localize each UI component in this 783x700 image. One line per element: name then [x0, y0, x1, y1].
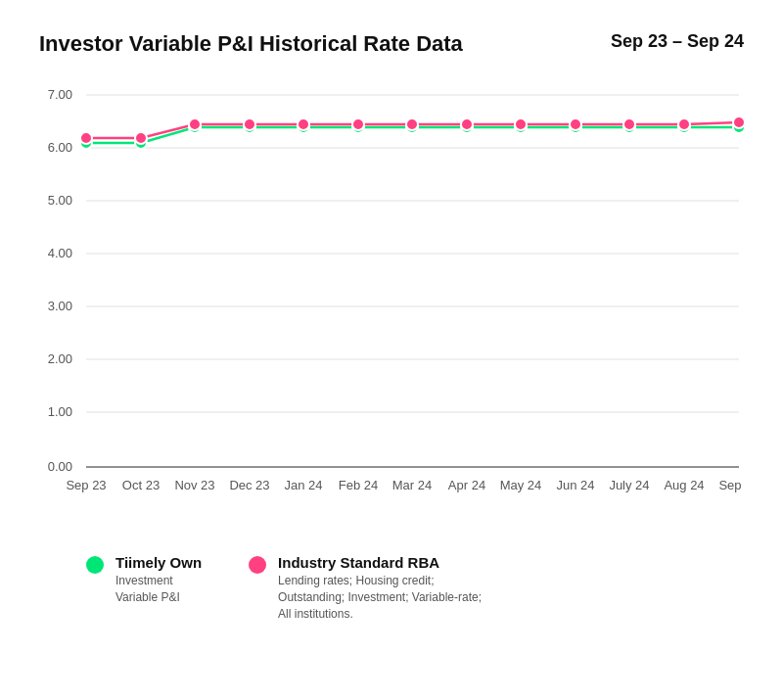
svg-text:Sep 23: Sep 23 — [66, 478, 106, 492]
rba-dot — [570, 118, 581, 130]
date-range: Sep 23 – Sep 24 — [611, 31, 744, 52]
rba-dot — [623, 118, 635, 130]
svg-text:1.00: 1.00 — [48, 404, 72, 419]
rba-dot — [80, 132, 92, 144]
tiimely-legend-desc: InvestmentVariable P&I — [115, 573, 202, 606]
svg-text:July 24: July 24 — [609, 478, 649, 492]
rba-dot — [515, 118, 527, 130]
svg-text:Apr 24: Apr 24 — [448, 478, 485, 492]
svg-text:0.00: 0.00 — [48, 459, 72, 474]
svg-text:5.00: 5.00 — [48, 193, 72, 208]
svg-text:3.00: 3.00 — [48, 299, 72, 313]
svg-text:Nov 23: Nov 23 — [174, 478, 214, 492]
svg-text:Oct 23: Oct 23 — [122, 478, 160, 492]
rba-dot — [406, 118, 418, 130]
svg-text:7.00: 7.00 — [48, 87, 72, 102]
tiimely-legend-label: Tiimely Own — [115, 554, 202, 571]
rba-dot — [244, 118, 255, 130]
page-title: Investor Variable P&I Historical Rate Da… — [39, 31, 463, 57]
svg-text:Feb 24: Feb 24 — [339, 478, 378, 492]
svg-text:May 24: May 24 — [500, 478, 542, 492]
rba-dot — [352, 118, 364, 130]
svg-text:4.00: 4.00 — [48, 246, 72, 260]
svg-text:Dec 23: Dec 23 — [229, 478, 269, 492]
rba-legend-label: Industry Standard RBA — [278, 554, 493, 571]
rba-dot — [678, 118, 690, 130]
svg-text:2.00: 2.00 — [48, 351, 72, 366]
rba-dot — [189, 118, 201, 130]
line-chart: .axis-label { font-size: 13px; fill: #55… — [39, 80, 744, 531]
rba-legend-desc: Lending rates; Housing credit; Outstandi… — [278, 573, 493, 622]
rba-dot — [135, 132, 147, 144]
chart-legend: Tiimely Own InvestmentVariable P&I Indus… — [39, 554, 744, 622]
legend-rba: Industry Standard RBA Lending rates; Hou… — [249, 554, 493, 622]
svg-text:Jun 24: Jun 24 — [556, 478, 594, 492]
legend-tiimely: Tiimely Own InvestmentVariable P&I — [86, 554, 202, 622]
svg-text:Aug 24: Aug 24 — [664, 478, 704, 492]
rba-dot — [461, 118, 473, 130]
tiimely-legend-text: Tiimely Own InvestmentVariable P&I — [115, 554, 202, 606]
svg-text:Jan 24: Jan 24 — [284, 478, 322, 492]
svg-text:6.00: 6.00 — [48, 140, 72, 155]
tiimely-legend-dot — [86, 556, 104, 574]
rba-legend-text: Industry Standard RBA Lending rates; Hou… — [278, 554, 493, 622]
svg-text:Mar 24: Mar 24 — [392, 478, 432, 492]
rba-dot — [298, 118, 309, 130]
rba-legend-dot — [249, 556, 266, 574]
chart-area: .axis-label { font-size: 13px; fill: #55… — [39, 80, 744, 535]
svg-text:Sep 24: Sep 24 — [718, 478, 744, 492]
rba-dot — [733, 117, 744, 128]
